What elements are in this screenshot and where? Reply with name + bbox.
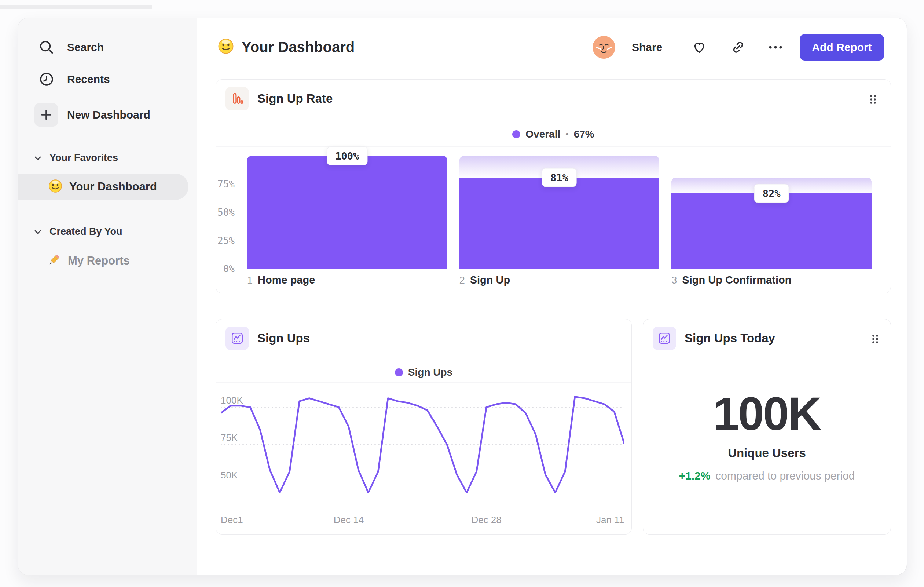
card-title: Sign Up Rate bbox=[257, 79, 333, 118]
line-x-tick-label: Dec 28 bbox=[471, 514, 501, 526]
funnel-bar[interactable] bbox=[247, 156, 447, 269]
sign-ups-today-card: Sign Ups Today 100K Unique Users +1.2% c… bbox=[643, 319, 891, 534]
funnel-columns: 100%81%82% bbox=[247, 156, 871, 269]
add-report-button[interactable]: Add Report bbox=[800, 34, 884, 61]
sidebar-item-recents[interactable]: Recents bbox=[18, 70, 196, 88]
kpi-value: 100K bbox=[643, 387, 891, 440]
plus-icon bbox=[35, 103, 58, 127]
funnel-category-label: 2Sign Up bbox=[459, 274, 660, 286]
chevron-down-icon bbox=[34, 229, 41, 235]
sidebar-item-label: Your Dashboard bbox=[69, 180, 157, 193]
funnel-step-number: 3 bbox=[672, 275, 677, 286]
sidebar-item-label: Search bbox=[67, 41, 104, 54]
funnel-y-axis: 75%50%25%0% bbox=[203, 156, 235, 269]
funnel-bar[interactable] bbox=[459, 178, 660, 269]
copy-link-icon[interactable] bbox=[730, 39, 746, 55]
signups-line-plot bbox=[221, 386, 624, 511]
avatar[interactable] bbox=[592, 36, 615, 59]
signups-x-labels: Dec1Dec 14Dec 28Jan 11 bbox=[221, 514, 624, 527]
pencil-emoji bbox=[46, 253, 61, 269]
funnel-step-number: 2 bbox=[459, 275, 465, 286]
funnel-categories: 1Home page2Sign Up3Sign Up Confirmation bbox=[247, 274, 871, 286]
funnel-bar-value-badge: 81% bbox=[542, 168, 577, 187]
more-options-icon[interactable] bbox=[767, 41, 784, 53]
kpi-delta-row: +1.2% compared to previous period bbox=[643, 470, 891, 482]
share-button[interactable]: Share bbox=[632, 41, 662, 54]
bar-chart-icon bbox=[226, 87, 249, 111]
sidebar: Search Recents New Dashboard Your Favori… bbox=[18, 18, 196, 575]
search-icon bbox=[38, 38, 55, 56]
background-window-edge bbox=[0, 5, 152, 9]
card-header: Sign Ups bbox=[216, 319, 631, 361]
sign-up-rate-card: Sign Up Rate Overall • 67% 75%50%25%0% 1… bbox=[216, 79, 891, 293]
section-label: Your Favorites bbox=[50, 152, 118, 164]
line-x-tick-label: Dec 14 bbox=[334, 514, 364, 526]
kpi-delta: +1.2% bbox=[679, 470, 710, 482]
sidebar-item-my-reports[interactable]: My Reports bbox=[46, 252, 130, 270]
line-x-tick-label: Dec1 bbox=[221, 514, 243, 526]
funnel-step-number: 1 bbox=[247, 275, 252, 286]
page-title: Your Dashboard bbox=[218, 39, 355, 55]
funnel-y-tick-label: 0% bbox=[223, 263, 235, 274]
section-label: Created By You bbox=[50, 226, 122, 237]
line-legend: Sign Ups bbox=[216, 362, 631, 383]
funnel-step-name: Sign Up Confirmation bbox=[682, 274, 791, 286]
legend-series-label: Sign Ups bbox=[408, 367, 452, 378]
kpi-metric-label: Unique Users bbox=[643, 446, 891, 460]
clock-icon bbox=[38, 70, 55, 88]
funnel-category-label: 3Sign Up Confirmation bbox=[672, 274, 871, 286]
line-y-tick-label: 50K bbox=[221, 470, 238, 481]
chevron-down-icon bbox=[34, 155, 41, 161]
sidebar-item-new-dashboard[interactable]: New Dashboard bbox=[18, 103, 196, 127]
card-header: Sign Ups Today bbox=[643, 319, 891, 361]
sign-ups-card: Sign Ups Sign Ups 100K75K50K Dec1Dec 14D… bbox=[216, 319, 632, 534]
funnel-plot: 75%50%25%0% 100%81%82% bbox=[247, 156, 871, 269]
divider bbox=[216, 511, 631, 511]
sidebar-section-your-favorites[interactable]: Your Favorites bbox=[34, 152, 118, 164]
page-title-text: Your Dashboard bbox=[242, 39, 355, 55]
funnel-category-label: 1Home page bbox=[247, 274, 447, 286]
favorite-heart-icon[interactable] bbox=[691, 39, 707, 55]
signups-line-svg bbox=[221, 386, 624, 511]
funnel-step-name: Sign Up bbox=[470, 274, 510, 286]
sidebar-section-created-by-you[interactable]: Created By You bbox=[34, 226, 122, 237]
card-title: Sign Ups Today bbox=[685, 319, 775, 357]
funnel-bar-column: 81% bbox=[459, 156, 660, 269]
drag-handle-icon[interactable] bbox=[870, 94, 877, 106]
funnel-y-tick-label: 25% bbox=[218, 235, 235, 246]
smiley-emoji bbox=[218, 38, 234, 56]
line-chart-icon bbox=[226, 327, 249, 350]
drag-handle-icon[interactable] bbox=[871, 334, 879, 346]
funnel-step-name: Home page bbox=[258, 274, 315, 286]
sidebar-item-label: Recents bbox=[67, 73, 110, 86]
funnel-bar-column: 82% bbox=[672, 156, 871, 269]
sidebar-item-your-dashboard[interactable]: Your Dashboard bbox=[48, 178, 157, 195]
funnel-y-tick-label: 75% bbox=[218, 179, 235, 190]
legend-value: 67% bbox=[574, 128, 594, 140]
sidebar-item-search[interactable]: Search bbox=[18, 38, 196, 56]
smiley-emoji bbox=[48, 179, 63, 195]
funnel-bar-value-badge: 100% bbox=[327, 147, 367, 165]
app-window: Search Recents New Dashboard Your Favori… bbox=[18, 18, 907, 575]
sidebar-item-label: New Dashboard bbox=[67, 109, 150, 121]
line-y-tick-label: 75K bbox=[221, 432, 238, 443]
funnel-bar-column: 100% bbox=[247, 156, 447, 269]
line-x-tick-label: Jan 11 bbox=[596, 514, 624, 526]
line-y-tick-label: 100K bbox=[221, 395, 243, 406]
legend-dot-icon bbox=[512, 130, 520, 138]
funnel-bar-value-badge: 82% bbox=[754, 184, 789, 203]
funnel-legend: Overall • 67% bbox=[216, 122, 891, 147]
legend-separator: • bbox=[565, 129, 568, 139]
line-chart-icon bbox=[653, 327, 676, 350]
legend-series-label: Overall bbox=[525, 128, 560, 140]
sidebar-item-label: My Reports bbox=[68, 254, 130, 268]
card-title: Sign Ups bbox=[257, 319, 310, 357]
funnel-bar[interactable] bbox=[672, 193, 871, 269]
card-header: Sign Up Rate bbox=[216, 79, 891, 122]
legend-dot-icon bbox=[395, 368, 403, 376]
kpi-delta-note: compared to previous period bbox=[715, 470, 855, 482]
funnel-y-tick-label: 50% bbox=[218, 207, 235, 218]
